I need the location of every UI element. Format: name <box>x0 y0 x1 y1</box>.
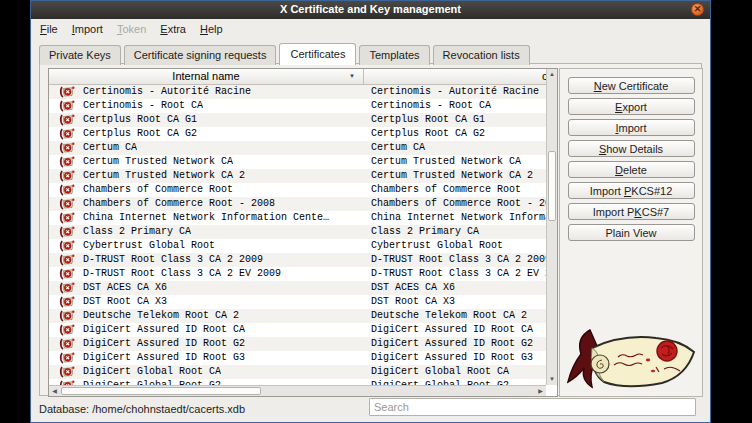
scroll-up-icon[interactable]: ▲ <box>547 69 557 80</box>
certificate-row[interactable]: Chambers of Commerce Root Chambers of Co… <box>49 183 546 197</box>
certificate-row[interactable]: Class 2 Primary CA Class 2 Primary CA <box>49 225 546 239</box>
action-buttons: New Certificate Export Import Show Detai… <box>560 69 702 241</box>
menubar: File Import Token Extra Help <box>33 19 230 39</box>
action-button[interactable]: Show Details <box>568 140 695 157</box>
action-button[interactable]: Plain View <box>568 224 695 241</box>
menu-item[interactable]: Extra <box>153 21 193 37</box>
menu-item[interactable]: File <box>33 21 65 37</box>
xca-scroll-rose-logo <box>564 326 700 390</box>
common-name-cell: Certinomis - Autorité Racine <box>363 85 546 99</box>
menu-item[interactable]: Help <box>193 21 230 37</box>
tab[interactable]: Certificate signing requests <box>124 45 277 65</box>
certificate-table-body: Certinomis - Autorité Racine Certinomis … <box>49 85 546 386</box>
invalid-certificate-icon <box>59 338 75 350</box>
menu-item[interactable]: Import <box>65 21 110 37</box>
scroll-down-icon[interactable]: ▼ <box>547 374 557 385</box>
database-path-label: Database: /home/chohnstaedt/cacerts.xdb <box>39 403 245 415</box>
common-name-cell: DigiCert Global Root CA <box>363 365 546 379</box>
titlebar[interactable]: X Certificate and Key management ✕ <box>31 1 710 19</box>
menu-item: Token <box>110 21 153 37</box>
tab[interactable]: Certificates <box>279 43 356 65</box>
certificate-row[interactable]: D-TRUST Root Class 3 CA 2 EV 2009 D-TRUS… <box>49 267 546 281</box>
invalid-certificate-icon <box>59 170 75 182</box>
certificate-row[interactable]: Cybertrust Global Root Cybertrust Global… <box>49 239 546 253</box>
internal-name-cell: Deutsche Telekom Root CA 2 <box>83 309 239 323</box>
internal-name-cell: Certinomis - Root CA <box>83 99 203 113</box>
vertical-scrollbar-thumb[interactable] <box>548 151 556 221</box>
common-name-cell: Chambers of Commerce Root <box>363 183 546 197</box>
action-button[interactable]: Export <box>568 98 695 115</box>
action-button[interactable]: New Certificate <box>568 77 695 94</box>
invalid-certificate-icon <box>59 226 75 238</box>
invalid-certificate-icon <box>59 352 75 364</box>
action-button[interactable]: Import PKCS#12 <box>568 182 695 199</box>
internal-name-cell: Certum Trusted Network CA <box>83 155 233 169</box>
invalid-certificate-icon <box>59 128 75 140</box>
internal-name-cell: DigiCert Global Root CA <box>83 365 221 379</box>
certificate-table: Internal name ▼ commonName <box>48 68 558 397</box>
invalid-certificate-icon <box>59 268 75 280</box>
invalid-certificate-icon <box>59 114 75 126</box>
action-button[interactable]: Import PKCS#7 <box>568 203 695 220</box>
vertical-scrollbar[interactable]: ▲ ▼ <box>546 69 557 385</box>
tab[interactable]: Revocation lists <box>433 45 530 65</box>
certificate-row[interactable]: DigiCert Assured ID Root CA DigiCert Ass… <box>49 323 546 337</box>
certificate-row[interactable]: Certum Trusted Network CA 2 Certum Trust… <box>49 169 546 183</box>
certificate-row[interactable]: DigiCert Global Root CA DigiCert Global … <box>49 365 546 379</box>
certificate-row[interactable]: Certplus Root CA G1 Certplus Root CA G1 <box>49 113 546 127</box>
certificate-row[interactable]: Certum Trusted Network CA Certum Trusted… <box>49 155 546 169</box>
certificate-row[interactable]: China Internet Network Information Cente… <box>49 211 546 225</box>
internal-name-cell: DigiCert Assured ID Root CA <box>83 323 245 337</box>
tab[interactable]: Templates <box>359 45 429 65</box>
column-header-internal-name[interactable]: Internal name ▼ <box>49 69 364 84</box>
internal-name-cell: Certum Trusted Network CA 2 <box>83 169 245 183</box>
common-name-cell: Certinomis - Root CA <box>363 99 546 113</box>
invalid-certificate-icon <box>59 184 75 196</box>
certificate-row[interactable]: Chambers of Commerce Root - 2008 Chamber… <box>49 197 546 211</box>
common-name-cell: China Internet Network Information Cente… <box>363 211 546 225</box>
internal-name-cell: Cybertrust Global Root <box>83 239 215 253</box>
certificate-row[interactable]: DST Root CA X3 DST Root CA X3 <box>49 295 546 309</box>
certificate-row[interactable]: D-TRUST Root Class 3 CA 2 2009 D-TRUST R… <box>49 253 546 267</box>
common-name-cell: Certum Trusted Network CA 2 <box>363 169 546 183</box>
common-name-cell: DST Root CA X3 <box>363 295 546 309</box>
window-title: X Certificate and Key management <box>31 3 710 15</box>
certificate-row[interactable]: Certplus Root CA G2 Certplus Root CA G2 <box>49 127 546 141</box>
certificate-row[interactable]: Certinomis - Autorité Racine Certinomis … <box>49 85 546 99</box>
tab[interactable]: Private Keys <box>39 45 121 65</box>
common-name-cell: Certum Trusted Network CA <box>363 155 546 169</box>
internal-name-cell: Certplus Root CA G1 <box>83 113 197 127</box>
internal-name-cell: DigiCert Assured ID Root G3 <box>83 351 245 365</box>
desktop: X Certificate and Key management ✕ File … <box>0 0 752 423</box>
common-name-cell: DST ACES CA X6 <box>363 281 546 295</box>
common-name-cell: Chambers of Commerce Root - 2008 <box>363 197 546 211</box>
common-name-cell: Certplus Root CA G2 <box>363 127 546 141</box>
certificate-row[interactable]: DigiCert Assured ID Root G2 DigiCert Ass… <box>49 337 546 351</box>
internal-name-cell: D-TRUST Root Class 3 CA 2 2009 <box>83 253 263 267</box>
internal-name-cell: Chambers of Commerce Root - 2008 <box>83 197 275 211</box>
certificate-row[interactable]: Certinomis - Root CA Certinomis - Root C… <box>49 99 546 113</box>
common-name-cell: Certum CA <box>363 141 546 155</box>
invalid-certificate-icon <box>59 198 75 210</box>
certificate-row[interactable]: Deutsche Telekom Root CA 2 Deutsche Tele… <box>49 309 546 323</box>
table-header: Internal name ▼ commonName <box>49 69 546 85</box>
internal-name-cell: Certplus Root CA G2 <box>83 127 197 141</box>
column-header-common-name[interactable]: commonName <box>364 69 546 84</box>
internal-name-cell: Class 2 Primary CA <box>83 225 191 239</box>
tab-bar: Private Keys Certificate signing request… <box>39 41 533 64</box>
close-icon[interactable]: ✕ <box>691 3 704 16</box>
certificate-row[interactable]: DST ACES CA X6 DST ACES CA X6 <box>49 281 546 295</box>
action-button[interactable]: Import <box>568 119 695 136</box>
app-window: X Certificate and Key management ✕ File … <box>30 0 711 423</box>
rose-icon <box>657 341 677 361</box>
invalid-certificate-icon <box>59 212 75 224</box>
common-name-cell: DigiCert Assured ID Root G3 <box>363 351 546 365</box>
search-input[interactable] <box>369 398 696 416</box>
internal-name-cell: D-TRUST Root Class 3 CA 2 EV 2009 <box>83 267 281 281</box>
internal-name-cell: China Internet Network Information Cente… <box>83 211 329 225</box>
certificate-row[interactable]: Certum CA Certum CA <box>49 141 546 155</box>
certificate-row[interactable]: DigiCert Assured ID Root G3 DigiCert Ass… <box>49 351 546 365</box>
actions-panel: New Certificate Export Import Show Detai… <box>559 68 703 397</box>
internal-name-cell: DigiCert Assured ID Root G2 <box>83 337 245 351</box>
action-button[interactable]: Delete <box>568 161 695 178</box>
